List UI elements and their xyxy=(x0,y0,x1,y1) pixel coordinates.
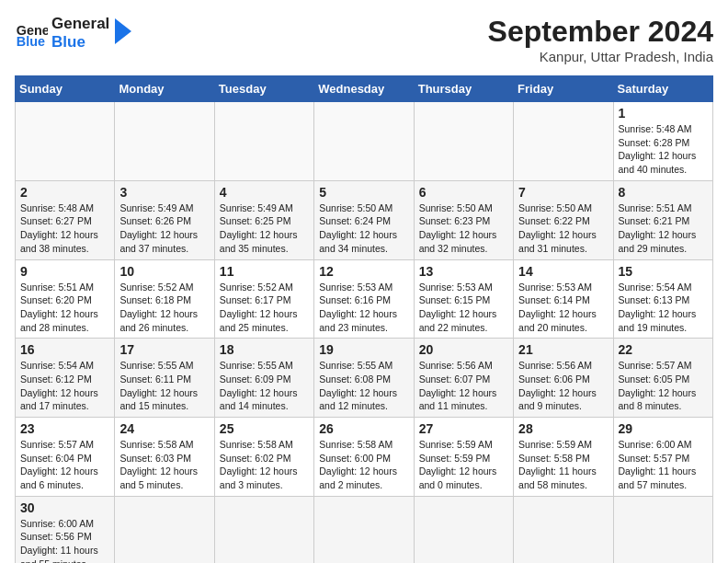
day-number: 30 xyxy=(20,500,109,515)
day-number: 2 xyxy=(20,185,109,200)
header-wednesday: Wednesday xyxy=(314,76,414,102)
table-row: 15 Sunrise: 5:54 AMSunset: 6:13 PMDaylig… xyxy=(613,259,712,339)
table-row: 26 Sunrise: 5:58 AMSunset: 6:00 PMDaylig… xyxy=(314,418,414,497)
day-info: Sunrise: 5:51 AMSunset: 6:21 PMDaylight:… xyxy=(619,202,697,254)
day-number: 15 xyxy=(619,264,708,279)
day-number: 24 xyxy=(119,421,209,436)
day-number: 4 xyxy=(220,185,309,200)
day-number: 23 xyxy=(20,421,109,436)
table-row: 30 Sunrise: 6:00 AMSunset: 5:56 PMDaylig… xyxy=(16,496,115,563)
logo-general: General xyxy=(51,15,109,32)
table-row xyxy=(414,102,513,181)
day-info: Sunrise: 6:00 AMSunset: 5:56 PMDaylight:… xyxy=(20,518,98,563)
day-number: 8 xyxy=(619,185,708,200)
header-tuesday: Tuesday xyxy=(214,76,313,102)
table-row xyxy=(613,496,712,563)
day-info: Sunrise: 6:00 AMSunset: 5:57 PMDaylight:… xyxy=(619,439,697,490)
table-row: 11 Sunrise: 5:52 AMSunset: 6:17 PMDaylig… xyxy=(214,259,313,339)
title-area: September 2024 Kanpur, Uttar Pradesh, In… xyxy=(488,15,713,64)
table-row: 24 Sunrise: 5:58 AMSunset: 6:03 PMDaylig… xyxy=(115,418,214,497)
header: General Blue General Blue September 2024… xyxy=(15,15,713,64)
table-row: 13 Sunrise: 5:53 AMSunset: 6:15 PMDaylig… xyxy=(414,259,513,339)
day-info: Sunrise: 5:53 AMSunset: 6:16 PMDaylight:… xyxy=(319,282,397,333)
calendar-week-row: 23 Sunrise: 5:57 AMSunset: 6:04 PMDaylig… xyxy=(16,418,713,497)
day-info: Sunrise: 5:57 AMSunset: 6:04 PMDaylight:… xyxy=(20,439,98,490)
day-number: 14 xyxy=(518,264,608,279)
table-row: 19 Sunrise: 5:55 AMSunset: 6:08 PMDaylig… xyxy=(314,339,414,418)
table-row: 23 Sunrise: 5:57 AMSunset: 6:04 PMDaylig… xyxy=(16,418,115,497)
calendar-week-row: 30 Sunrise: 6:00 AMSunset: 5:56 PMDaylig… xyxy=(16,496,713,563)
day-info: Sunrise: 5:56 AMSunset: 6:07 PMDaylight:… xyxy=(419,360,497,411)
header-monday: Monday xyxy=(115,76,214,102)
logo-arrow-icon xyxy=(115,18,131,44)
table-row: 10 Sunrise: 5:52 AMSunset: 6:18 PMDaylig… xyxy=(115,259,214,339)
table-row xyxy=(314,102,414,181)
day-info: Sunrise: 5:50 AMSunset: 6:24 PMDaylight:… xyxy=(319,202,397,254)
table-row xyxy=(115,102,214,181)
day-number: 27 xyxy=(419,421,508,436)
header-sunday: Sunday xyxy=(16,76,115,102)
day-number: 7 xyxy=(518,185,608,200)
location-subtitle: Kanpur, Uttar Pradesh, India xyxy=(488,49,713,64)
header-saturday: Saturday xyxy=(613,76,712,102)
day-info: Sunrise: 5:59 AMSunset: 5:59 PMDaylight:… xyxy=(419,439,497,490)
day-info: Sunrise: 5:53 AMSunset: 6:15 PMDaylight:… xyxy=(419,282,497,333)
day-number: 5 xyxy=(319,185,408,200)
table-row xyxy=(16,102,115,181)
table-row: 2 Sunrise: 5:48 AMSunset: 6:27 PMDayligh… xyxy=(16,180,115,259)
day-info: Sunrise: 5:48 AMSunset: 6:28 PMDaylight:… xyxy=(619,123,697,175)
calendar-week-row: 2 Sunrise: 5:48 AMSunset: 6:27 PMDayligh… xyxy=(16,180,713,259)
day-number: 17 xyxy=(119,342,209,357)
day-number: 1 xyxy=(619,106,708,121)
day-info: Sunrise: 5:55 AMSunset: 6:11 PMDaylight:… xyxy=(119,360,198,411)
day-info: Sunrise: 5:48 AMSunset: 6:27 PMDaylight:… xyxy=(20,202,98,254)
table-row xyxy=(414,496,513,563)
table-row: 27 Sunrise: 5:59 AMSunset: 5:59 PMDaylig… xyxy=(414,418,513,497)
day-number: 19 xyxy=(319,342,408,357)
day-number: 25 xyxy=(220,421,309,436)
logo-blue: Blue xyxy=(51,33,85,51)
calendar-table: Sunday Monday Tuesday Wednesday Thursday… xyxy=(15,75,713,563)
table-row: 16 Sunrise: 5:54 AMSunset: 6:12 PMDaylig… xyxy=(16,339,115,418)
table-row xyxy=(514,496,613,563)
table-row: 9 Sunrise: 5:51 AMSunset: 6:20 PMDayligh… xyxy=(16,259,115,339)
day-info: Sunrise: 5:51 AMSunset: 6:20 PMDaylight:… xyxy=(20,282,98,333)
month-year-title: September 2024 xyxy=(488,15,713,49)
calendar-week-row: 9 Sunrise: 5:51 AMSunset: 6:20 PMDayligh… xyxy=(16,259,713,339)
table-row: 1 Sunrise: 5:48 AMSunset: 6:28 PMDayligh… xyxy=(613,102,712,181)
day-number: 29 xyxy=(619,421,708,436)
day-number: 20 xyxy=(419,342,508,357)
day-info: Sunrise: 5:59 AMSunset: 5:58 PMDaylight:… xyxy=(518,439,597,490)
table-row xyxy=(214,102,313,181)
day-info: Sunrise: 5:58 AMSunset: 6:00 PMDaylight:… xyxy=(319,439,397,490)
table-row xyxy=(314,496,414,563)
calendar-week-row: 1 Sunrise: 5:48 AMSunset: 6:28 PMDayligh… xyxy=(16,102,713,181)
table-row: 28 Sunrise: 5:59 AMSunset: 5:58 PMDaylig… xyxy=(514,418,613,497)
table-row: 8 Sunrise: 5:51 AMSunset: 6:21 PMDayligh… xyxy=(613,180,712,259)
day-info: Sunrise: 5:55 AMSunset: 6:09 PMDaylight:… xyxy=(220,360,298,411)
day-info: Sunrise: 5:54 AMSunset: 6:12 PMDaylight:… xyxy=(20,360,98,411)
table-row xyxy=(514,102,613,181)
table-row xyxy=(115,496,214,563)
calendar-header-row: Sunday Monday Tuesday Wednesday Thursday… xyxy=(16,76,713,102)
table-row: 12 Sunrise: 5:53 AMSunset: 6:16 PMDaylig… xyxy=(314,259,414,339)
day-number: 18 xyxy=(220,342,309,357)
day-info: Sunrise: 5:49 AMSunset: 6:26 PMDaylight:… xyxy=(119,202,198,254)
calendar-week-row: 16 Sunrise: 5:54 AMSunset: 6:12 PMDaylig… xyxy=(16,339,713,418)
table-row: 22 Sunrise: 5:57 AMSunset: 6:05 PMDaylig… xyxy=(613,339,712,418)
day-number: 12 xyxy=(319,264,408,279)
day-info: Sunrise: 5:57 AMSunset: 6:05 PMDaylight:… xyxy=(619,360,697,411)
table-row: 5 Sunrise: 5:50 AMSunset: 6:24 PMDayligh… xyxy=(314,180,414,259)
table-row: 3 Sunrise: 5:49 AMSunset: 6:26 PMDayligh… xyxy=(115,180,214,259)
day-number: 6 xyxy=(419,185,508,200)
day-number: 9 xyxy=(20,264,109,279)
svg-marker-3 xyxy=(115,18,131,44)
day-number: 26 xyxy=(319,421,408,436)
day-info: Sunrise: 5:58 AMSunset: 6:03 PMDaylight:… xyxy=(119,439,198,490)
day-info: Sunrise: 5:52 AMSunset: 6:17 PMDaylight:… xyxy=(220,282,298,333)
day-number: 28 xyxy=(518,421,608,436)
day-info: Sunrise: 5:53 AMSunset: 6:14 PMDaylight:… xyxy=(518,282,597,333)
day-info: Sunrise: 5:52 AMSunset: 6:18 PMDaylight:… xyxy=(119,282,198,333)
table-row: 21 Sunrise: 5:56 AMSunset: 6:06 PMDaylig… xyxy=(514,339,613,418)
day-number: 3 xyxy=(119,185,209,200)
